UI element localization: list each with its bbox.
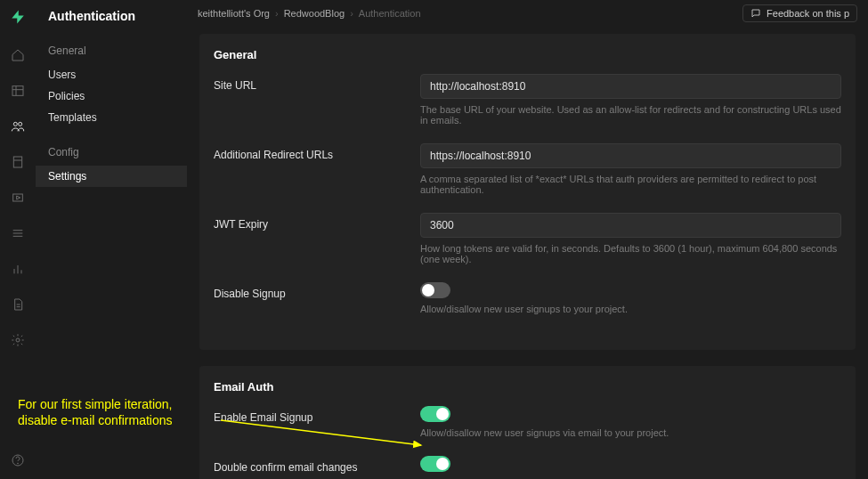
sidebar-item-settings[interactable]: Settings bbox=[36, 166, 187, 187]
svg-point-4 bbox=[19, 122, 22, 126]
input-jwt-expiry[interactable] bbox=[420, 213, 841, 238]
svg-point-17 bbox=[16, 338, 20, 342]
label-jwt-expiry: JWT Expiry bbox=[214, 213, 420, 279]
sidebar-item-policies[interactable]: Policies bbox=[36, 85, 187, 107]
auth-icon[interactable] bbox=[10, 118, 26, 134]
toggle-double-confirm[interactable] bbox=[420, 456, 450, 472]
toggle-disable-signup[interactable] bbox=[420, 282, 450, 298]
breadcrumb-org[interactable]: keithtelliott's Org bbox=[198, 8, 270, 19]
svg-point-19 bbox=[18, 463, 19, 464]
svg-marker-8 bbox=[17, 196, 20, 199]
sidebar-title: Authentication bbox=[36, 7, 187, 39]
input-redirect-urls[interactable] bbox=[420, 143, 841, 168]
table-icon[interactable] bbox=[10, 83, 26, 99]
feedback-label: Feedback on this p bbox=[767, 8, 849, 19]
label-redirect-urls: Additional Redirect URLs bbox=[214, 143, 420, 209]
sidebar-item-users[interactable]: Users bbox=[36, 64, 187, 85]
sidebar-item-templates[interactable]: Templates bbox=[36, 107, 187, 128]
docs-icon[interactable] bbox=[10, 296, 26, 313]
help-enable-email-signup: Allow/disallow new user signups via emai… bbox=[420, 427, 841, 438]
label-disable-signup: Disable Signup bbox=[214, 282, 420, 329]
edge-icon[interactable] bbox=[10, 190, 26, 206]
feedback-button[interactable]: Feedback on this p bbox=[742, 4, 857, 22]
chat-icon bbox=[750, 8, 761, 19]
chevron-right-icon: › bbox=[275, 8, 279, 19]
panel-general: General Site URL The base URL of your we… bbox=[199, 34, 856, 350]
input-site-url[interactable] bbox=[420, 74, 841, 99]
panel-email-title: Email Auth bbox=[214, 380, 841, 394]
label-double-confirm: Double confirm email changes bbox=[214, 456, 420, 479]
toggle-enable-email-signup[interactable] bbox=[420, 406, 450, 422]
help-redirect-urls: A comma separated list of *exact* URLs t… bbox=[420, 174, 841, 195]
label-enable-email-signup: Enable Email Signup bbox=[214, 406, 420, 452]
svg-rect-5 bbox=[13, 157, 21, 167]
panel-general-title: General bbox=[214, 48, 841, 61]
chevron-right-icon: › bbox=[350, 8, 353, 19]
svg-rect-0 bbox=[12, 86, 23, 96]
help-icon[interactable] bbox=[10, 452, 26, 468]
storage-icon[interactable] bbox=[10, 154, 26, 170]
supabase-logo[interactable] bbox=[10, 9, 26, 28]
panel-email-auth: Email Auth Enable Email Signup Allow/dis… bbox=[199, 366, 856, 479]
sidebar-group-general: General bbox=[36, 39, 187, 64]
help-site-url: The base URL of your website. Used as an… bbox=[420, 104, 841, 126]
svg-point-3 bbox=[13, 122, 17, 126]
sidebar-group-config: Config bbox=[36, 141, 187, 166]
home-icon[interactable] bbox=[10, 47, 26, 63]
label-site-url: Site URL bbox=[214, 74, 420, 140]
settings-icon[interactable] bbox=[10, 332, 26, 348]
breadcrumb-project[interactable]: RedwoodBlog bbox=[284, 8, 345, 19]
breadcrumb-page: Authentication bbox=[359, 8, 421, 19]
help-jwt-expiry: How long tokens are valid for, in second… bbox=[420, 243, 841, 264]
reports-icon[interactable] bbox=[10, 261, 26, 277]
list-icon[interactable] bbox=[10, 225, 26, 241]
help-disable-signup: Allow/disallow new user signups to your … bbox=[420, 304, 841, 314]
